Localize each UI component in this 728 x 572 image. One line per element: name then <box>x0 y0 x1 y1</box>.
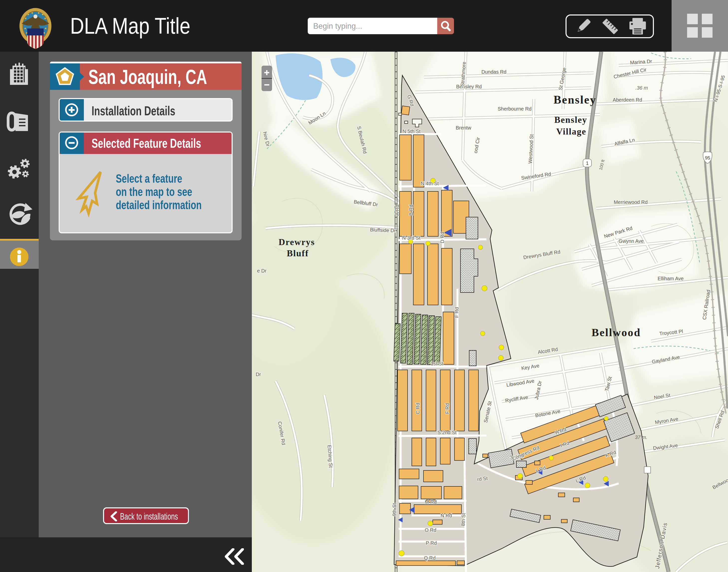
svg-text:Brentw: Brentw <box>456 125 471 131</box>
svg-text:.36 m: .36 m <box>635 85 648 91</box>
svg-text:N 5th St: N 5th St <box>403 129 421 134</box>
svg-text:Merriewood Rd: Merriewood Rd <box>614 199 648 205</box>
svg-text:O Rd: O Rd <box>425 527 437 533</box>
svg-text:F Rd: F Rd <box>454 307 459 318</box>
svg-text:N 3rd St: N 3rd St <box>402 235 421 240</box>
svg-text:Aberdeen Rd: Aberdeen Rd <box>613 97 642 102</box>
svg-text:Dr: Dr <box>256 372 261 377</box>
svg-text:1st St: 1st St <box>431 361 443 366</box>
svg-text:D Rd: D Rd <box>439 232 445 243</box>
svg-text:F Rd: F Rd <box>444 403 450 414</box>
svg-text:Dundas Rd: Dundas Rd <box>482 69 506 75</box>
svg-text:95: 95 <box>705 155 710 160</box>
svg-text:e Dr: e Dr <box>257 268 267 274</box>
svg-text:Bluff: Bluff <box>287 248 309 258</box>
svg-text:Sherbourne Rd: Sherbourne Rd <box>498 106 531 112</box>
svg-text:Bensley: Bensley <box>554 93 596 106</box>
svg-text:Elliham Ave: Elliham Ave <box>658 276 683 281</box>
svg-text:9th St: 9th St <box>391 503 397 516</box>
svg-text:Q Rd: Q Rd <box>424 555 436 561</box>
svg-text:N Rd: N Rd <box>440 513 452 518</box>
svg-text:S 2nd St: S 2nd St <box>437 430 457 435</box>
svg-text:Village: Village <box>556 127 586 137</box>
svg-text:Gwynn Ave: Gwynn Ave <box>619 238 644 244</box>
svg-text:1: 1 <box>586 160 588 166</box>
svg-text:Bluffside Dr: Bluffside Dr <box>370 227 396 233</box>
svg-text:P Rd: P Rd <box>426 540 437 546</box>
svg-text:Bellwood: Bellwood <box>591 327 641 339</box>
svg-text:37 m.: 37 m. <box>635 434 647 440</box>
svg-text:Bensley: Bensley <box>554 115 587 125</box>
svg-text:N 4th St: N 4th St <box>421 181 439 186</box>
svg-text:Drewrys: Drewrys <box>279 237 315 247</box>
svg-text:8th St: 8th St <box>460 513 466 526</box>
svg-text:M Rd: M Rd <box>425 499 437 505</box>
svg-text:C Rd: C Rd <box>415 403 421 414</box>
svg-text:A Rd: A Rd <box>394 205 400 215</box>
svg-text:B Rd: B Rd <box>408 205 414 216</box>
